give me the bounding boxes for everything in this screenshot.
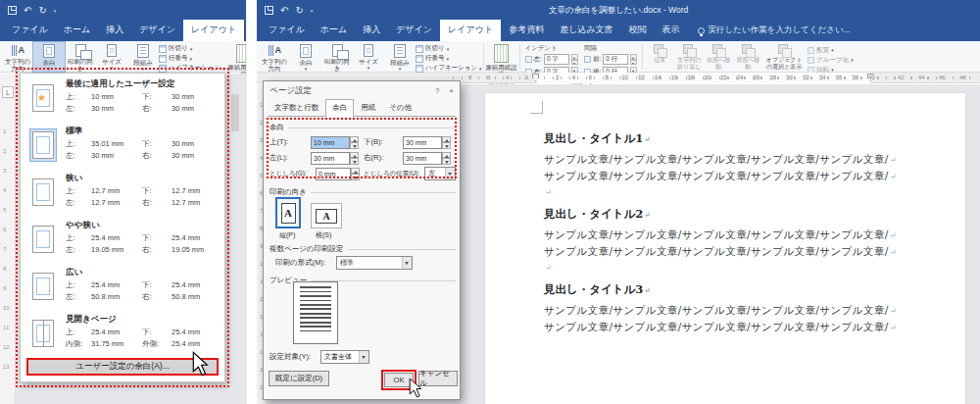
qat-customize-icon[interactable]: ▾ xyxy=(54,8,57,14)
genko-settings-button[interactable]: 原稿用紙設定 xyxy=(227,42,247,77)
left-margin-input[interactable]: 30 mm xyxy=(311,152,350,165)
line-numbers-button[interactable]: 行番号▾ xyxy=(416,54,482,63)
send-backward-button[interactable]: 背面へ移動 xyxy=(735,44,760,74)
bring-forward-icon xyxy=(712,44,724,56)
left-tab-3[interactable]: 挿入 xyxy=(98,20,131,41)
set-as-default-button[interactable]: 既定に設定(D) xyxy=(269,371,329,386)
paragraph-mark: ↵ xyxy=(890,324,897,332)
indent-left-icon xyxy=(525,56,532,63)
print-format-select[interactable]: 標準 xyxy=(336,256,413,270)
wrap-text-icon xyxy=(683,44,695,56)
spacing-before-field[interactable]: 前: 0 行 xyxy=(584,54,637,65)
redo-icon[interactable]: ↻ xyxy=(38,6,46,16)
genko-page-icon xyxy=(494,44,509,63)
right-tab-9[interactable]: 表示 xyxy=(655,20,688,41)
hyphenation-button[interactable]: ハイフネーション▾ xyxy=(159,64,225,73)
columns-button[interactable]: 段組み▾ xyxy=(127,42,159,72)
hyphenation-button[interactable]: ハイフネーション▾ xyxy=(416,64,482,73)
spinner[interactable] xyxy=(351,168,360,180)
dialog-tab-4[interactable]: その他 xyxy=(382,99,418,116)
align-icon xyxy=(808,47,814,54)
save-icon[interactable] xyxy=(265,6,273,15)
right-tab-3[interactable]: 挿入 xyxy=(355,20,388,41)
margin-preset-icon xyxy=(30,129,56,161)
document-line: サンプル文章/サンプル文章/サンプル文章/サンプル文章/サンプル文章/↵ xyxy=(544,304,926,318)
margin-preset-5[interactable]: 広い上:25.4 mm下:25.4 mm左:50.8 mm右:50.8 mm xyxy=(21,262,224,309)
dialog-help-button[interactable]: ? xyxy=(435,86,439,95)
tab-stop-selector[interactable]: L xyxy=(2,86,14,98)
margins-button[interactable]: 余白▾ xyxy=(33,42,65,72)
paragraph-mark: ↵ xyxy=(890,248,897,257)
right-margin-input[interactable]: 30 mm xyxy=(403,152,442,165)
position-button[interactable]: 位置 xyxy=(647,44,672,74)
size-button[interactable]: サイズ▾ xyxy=(353,42,384,71)
spinner[interactable] xyxy=(630,54,637,65)
tell-me-box[interactable]: 実行したい作業を入力してください... xyxy=(698,25,851,41)
top-margin-input[interactable]: 10 mm xyxy=(311,136,350,149)
right-tab-1[interactable]: ファイル xyxy=(261,20,313,41)
margin-preset-1[interactable]: ★最後に適用したユーザー設定上:10 mm下:30 mm左:30 mm右:30 … xyxy=(21,74,224,121)
left-tab-6[interactable]: 参考資料 xyxy=(244,20,247,41)
document-page[interactable]: 見出し・タイトル1↵サンプル文章/サンプル文章/サンプル文章/サンプル文章/サン… xyxy=(485,93,965,404)
margins-group-label: 余白 xyxy=(270,123,456,132)
portrait-tile[interactable]: A xyxy=(275,197,301,228)
dialog-tab-3[interactable]: 用紙 xyxy=(354,99,382,116)
spinner[interactable] xyxy=(442,136,451,149)
columns-icon xyxy=(137,44,149,58)
gutter-position-select[interactable]: 左 xyxy=(424,167,456,180)
mouse-cursor xyxy=(192,351,210,377)
spinner[interactable] xyxy=(350,136,359,149)
right-title-bar: ↶ ↻ ▾ 文章の余白を調整したい.docx - Word xyxy=(257,0,980,21)
margin-preset-icon xyxy=(30,271,56,302)
left-scrollbar-thumb[interactable] xyxy=(231,94,239,131)
left-tab-1[interactable]: ファイル xyxy=(4,20,56,41)
margin-preset-2[interactable]: 標準上:35.01 mm下:30 mm左:30 mm右:30 mm xyxy=(21,121,224,168)
columns-button[interactable]: 段組み▾ xyxy=(384,42,416,72)
dialog-close-button[interactable]: × xyxy=(449,86,454,95)
save-icon[interactable] xyxy=(8,6,17,15)
dialog-tab-2[interactable]: 余白 xyxy=(325,99,354,117)
group-button[interactable]: グループ化▾ xyxy=(808,56,853,64)
qat-customize-icon[interactable]: ▾ xyxy=(311,8,314,14)
selection-pane-icon xyxy=(778,44,790,56)
left-tab-2[interactable]: ホーム xyxy=(56,20,98,41)
bottom-margin-input[interactable]: 30 mm xyxy=(403,136,442,149)
cancel-button[interactable]: キャンセル xyxy=(418,371,458,386)
size-button[interactable]: サイズ▾ xyxy=(96,42,127,71)
spinner[interactable] xyxy=(571,54,578,65)
margins-icon xyxy=(300,44,312,58)
redo-icon[interactable]: ↻ xyxy=(295,6,303,16)
left-vertical-ruler: 12345678910111213 xyxy=(0,74,16,404)
right-tab-2[interactable]: ホーム xyxy=(313,20,355,41)
right-tab-6[interactable]: 参考資料 xyxy=(501,20,552,41)
selection-pane-button[interactable]: オブジェクトの選択と表示 xyxy=(764,44,804,74)
right-tab-7[interactable]: 差し込み文書 xyxy=(552,20,620,41)
apply-to-select[interactable]: 文書全体 xyxy=(320,350,369,364)
margin-preset-6[interactable]: 見開きページ上:25.4 mm下:25.4 mm内側:31.75 mm外側:25… xyxy=(21,309,224,356)
landscape-tile[interactable]: A xyxy=(311,203,342,228)
margin-preset-4[interactable]: やや狭い上:25.4 mm下:25.4 mm左:19.05 mm右:19.05 … xyxy=(21,215,224,262)
dialog-tab-1[interactable]: 文字数と行数 xyxy=(268,99,325,116)
custom-margins-button[interactable]: ユーザー設定の余白(A)... xyxy=(26,358,219,376)
margin-preset-3[interactable]: 狭い上:12.7 mm下:12.7 mm左:12.7 mm右:12.7 mm xyxy=(21,168,224,215)
spinner[interactable] xyxy=(350,152,359,165)
spinner[interactable] xyxy=(442,152,451,165)
bring-forward-button[interactable]: 前面へ移動 xyxy=(706,44,731,74)
left-tab-5[interactable]: レイアウト xyxy=(183,20,244,41)
left-tab-4[interactable]: デザイン xyxy=(131,20,183,41)
right-tab-4[interactable]: デザイン xyxy=(388,20,440,41)
wrap-text-button[interactable]: 文字列の折り返し xyxy=(676,44,702,74)
undo-icon[interactable]: ↶ xyxy=(280,6,288,16)
undo-icon[interactable]: ↶ xyxy=(24,6,31,16)
right-tab-5[interactable]: レイアウト xyxy=(440,20,501,41)
line-numbers-button[interactable]: 行番号▾ xyxy=(159,54,225,63)
margins-button[interactable]: 余白▾ xyxy=(290,42,321,72)
breaks-button[interactable]: 区切り▾ xyxy=(416,44,482,53)
chevron-down-icon xyxy=(402,257,412,269)
gutter-input[interactable]: 0 mm xyxy=(316,168,351,180)
breaks-button[interactable]: 区切り▾ xyxy=(159,44,225,53)
paragraph-mark: ↵ xyxy=(644,210,651,220)
right-tab-8[interactable]: 校閲 xyxy=(621,20,655,41)
indent-left-field[interactable]: 左: 0 字 xyxy=(525,54,578,65)
align-button[interactable]: 配置▾ xyxy=(808,46,853,54)
